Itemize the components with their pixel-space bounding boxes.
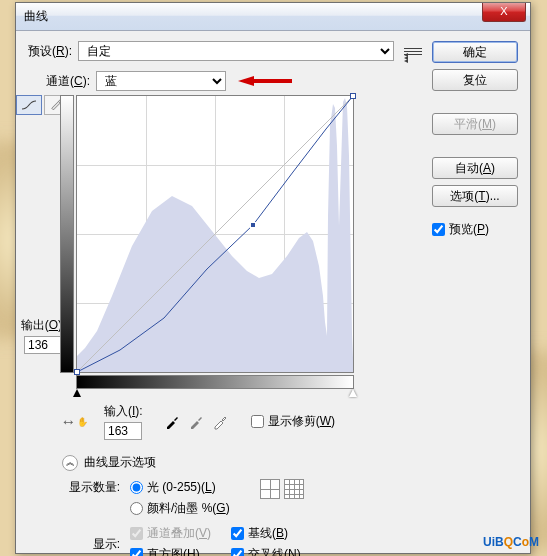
- options-button[interactable]: 选项(T)...: [432, 185, 518, 207]
- pigment-radio[interactable]: [130, 502, 143, 515]
- input-input[interactable]: [104, 422, 142, 440]
- annotation-arrow: [238, 72, 298, 90]
- channel-label: 通道(C):: [46, 73, 90, 90]
- curves-dialog: 曲线 X 预设(R): 自定 通道(C): 蓝: [15, 2, 531, 554]
- preview-checkbox[interactable]: [432, 223, 445, 236]
- options-toggle-button[interactable]: ︽: [62, 455, 78, 471]
- svg-line-1: [77, 96, 353, 372]
- output-label: 输出(O):: [21, 317, 66, 334]
- eyedropper-icon: [164, 414, 180, 430]
- baseline-checkbox[interactable]: [231, 527, 244, 540]
- options-header-label: 曲线显示选项: [84, 454, 156, 471]
- preview-label: 预览(P): [449, 221, 489, 238]
- watermark: UiBQCoM: [483, 532, 539, 550]
- reset-button[interactable]: 复位: [432, 69, 518, 91]
- pigment-radio-label: 颜料/油墨 %(G): [147, 500, 230, 517]
- channel-overlay-checkbox[interactable]: [130, 527, 143, 540]
- target-adjust-tool[interactable]: ↔✋: [62, 410, 86, 434]
- curve-graph[interactable]: [76, 95, 354, 373]
- curve-endpoint-white[interactable]: [350, 93, 356, 99]
- output-input[interactable]: [24, 336, 62, 354]
- curve-tool-button[interactable]: [16, 95, 42, 115]
- light-radio-label: 光 (0-255)(L): [147, 479, 216, 496]
- show-label: 显示:: [62, 536, 120, 553]
- input-gradient-strip[interactable]: [76, 375, 354, 389]
- preset-select[interactable]: 自定: [78, 41, 394, 61]
- baseline-label: 基线(B): [248, 525, 288, 542]
- histogram-checkbox[interactable]: [130, 548, 143, 556]
- intersection-checkbox[interactable]: [231, 548, 244, 556]
- black-point-slider[interactable]: [73, 389, 81, 397]
- preset-label: 预设(R):: [28, 43, 72, 60]
- curve-path: [77, 96, 353, 372]
- preset-menu-icon[interactable]: [404, 42, 422, 60]
- channel-overlay-label: 通道叠加(V): [147, 525, 211, 542]
- show-clipping-label: 显示修剪(W): [268, 413, 335, 430]
- grid-coarse-button[interactable]: [260, 479, 280, 499]
- intersection-label: 交叉线(N): [248, 546, 301, 556]
- curve-icon: [21, 100, 37, 110]
- amount-label: 显示数量:: [62, 479, 120, 496]
- gray-eyedropper[interactable]: [185, 411, 207, 433]
- output-gradient-strip[interactable]: [60, 95, 74, 373]
- white-point-slider[interactable]: [349, 389, 357, 397]
- white-eyedropper[interactable]: [209, 411, 231, 433]
- input-label: 输入(I):: [104, 403, 143, 420]
- close-button[interactable]: X: [482, 3, 526, 22]
- titlebar[interactable]: 曲线 X: [16, 3, 530, 31]
- eyedropper-icon: [188, 414, 204, 430]
- eyedropper-icon: [212, 414, 228, 430]
- title-text: 曲线: [24, 8, 48, 25]
- curve-control-point[interactable]: [250, 222, 256, 228]
- histogram-label: 直方图(H): [147, 546, 200, 556]
- show-clipping-checkbox[interactable]: [251, 415, 264, 428]
- grid-fine-button[interactable]: [284, 479, 304, 499]
- smooth-button[interactable]: 平滑(M): [432, 113, 518, 135]
- auto-button[interactable]: 自动(A): [432, 157, 518, 179]
- ok-button[interactable]: 确定: [432, 41, 518, 63]
- black-eyedropper[interactable]: [161, 411, 183, 433]
- channel-select[interactable]: 蓝: [96, 71, 226, 91]
- light-radio[interactable]: [130, 481, 143, 494]
